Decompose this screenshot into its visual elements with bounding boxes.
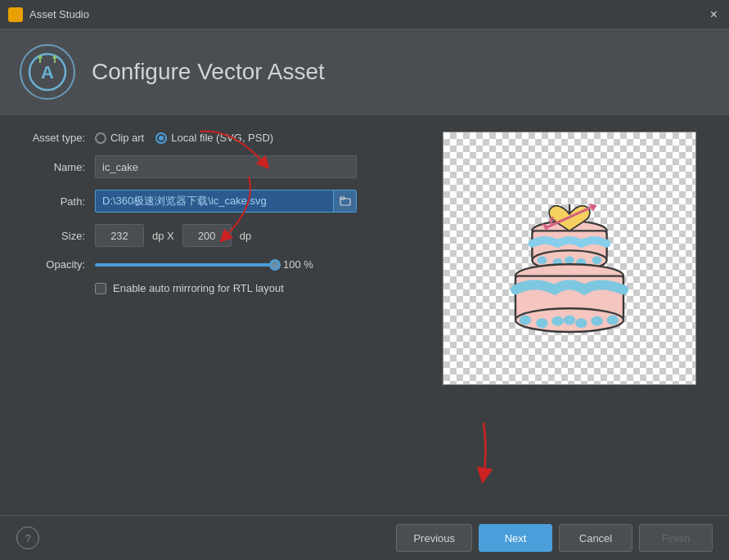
svg-point-24	[551, 316, 563, 326]
clip-art-label: Clip art	[110, 132, 144, 144]
size-width-input[interactable]	[95, 224, 144, 247]
clip-art-radio[interactable]: Clip art	[95, 132, 144, 144]
svg-point-27	[591, 316, 602, 326]
footer-buttons: Previous Next Cancel Finish	[396, 524, 713, 552]
path-controls: D:\360极速浏览器下载\ic_cake.svg	[95, 190, 412, 213]
rtl-checkbox[interactable]	[95, 283, 106, 294]
rtl-checkbox-container[interactable]: Enable auto mirroring for RTL layout	[95, 282, 284, 294]
path-value[interactable]: D:\360极速浏览器下载\ic_cake.svg	[96, 190, 333, 212]
cake-preview	[471, 160, 668, 356]
dialog-header: A Configure Vector Asset	[0, 29, 729, 115]
svg-point-16	[565, 257, 574, 265]
checkbox-row: Enable auto mirroring for RTL layout	[95, 282, 412, 294]
cancel-button[interactable]: Cancel	[559, 524, 632, 552]
close-button[interactable]: ×	[707, 7, 721, 22]
app-icon	[8, 7, 23, 22]
dialog: A Configure Vector Asset Asset type: Cli…	[0, 29, 729, 560]
local-file-radio[interactable]: Local file (SVG, PSD)	[155, 132, 273, 144]
svg-point-14	[537, 257, 547, 265]
asset-type-radio-group: Clip art Local file (SVG, PSD)	[95, 132, 412, 144]
dialog-title: Configure Vector Asset	[92, 59, 325, 85]
svg-marker-0	[11, 10, 20, 19]
dialog-content: Asset type: Clip art Local file (SVG, PS…	[0, 115, 729, 515]
opacity-slider-track[interactable]	[95, 263, 275, 267]
opacity-row: Opacity: 100 %	[20, 258, 412, 271]
right-panel	[429, 132, 709, 499]
finish-button[interactable]: Finish	[639, 524, 713, 552]
svg-point-3	[38, 56, 43, 60]
size-controls: dp X dp	[95, 224, 412, 247]
asset-type-row: Asset type: Clip art Local file (SVG, PS…	[20, 132, 412, 144]
size-label: Size:	[20, 230, 85, 242]
path-field: D:\360极速浏览器下载\ic_cake.svg	[95, 190, 357, 213]
title-bar-text: Asset Studio	[29, 8, 707, 20]
svg-point-22	[519, 316, 530, 325]
opacity-slider-thumb[interactable]	[269, 259, 281, 271]
android-logo: A	[20, 44, 75, 100]
opacity-value: 100 %	[283, 258, 316, 271]
opacity-label: Opacity:	[20, 258, 85, 271]
opacity-slider-fill	[95, 263, 275, 267]
name-input[interactable]	[95, 155, 357, 178]
svg-point-23	[536, 318, 547, 328]
svg-point-25	[563, 316, 574, 325]
path-label: Path:	[20, 195, 85, 208]
svg-point-26	[575, 318, 587, 328]
previous-button[interactable]: Previous	[396, 524, 472, 552]
path-row: Path: D:\360极速浏览器下载\ic_cake.svg	[20, 190, 412, 213]
next-button[interactable]: Next	[479, 524, 552, 552]
local-file-radio-circle[interactable]	[155, 132, 167, 144]
svg-point-28	[606, 316, 618, 325]
clip-art-radio-circle[interactable]	[95, 132, 106, 144]
left-panel: Asset type: Clip art Local file (SVG, PS…	[20, 132, 412, 499]
help-button[interactable]: ?	[16, 526, 39, 549]
browse-button[interactable]	[333, 190, 356, 212]
size-unit-2: dp	[240, 230, 251, 242]
size-unit-1: dp X	[152, 230, 174, 242]
name-label: Name:	[20, 161, 85, 173]
svg-text:A: A	[41, 62, 54, 83]
size-row: Size: dp X dp	[20, 224, 412, 247]
svg-point-18	[592, 257, 601, 265]
opacity-controls: 100 %	[95, 258, 412, 271]
local-file-label: Local file (SVG, PSD)	[171, 132, 273, 144]
asset-type-label: Asset type:	[20, 132, 85, 144]
preview-area	[443, 132, 696, 385]
dialog-footer: ? Previous Next Cancel Finish	[0, 515, 729, 560]
size-height-input[interactable]	[182, 224, 232, 247]
title-bar: Asset Studio ×	[0, 0, 729, 29]
name-controls	[95, 155, 412, 178]
name-row: Name:	[20, 155, 412, 178]
rtl-label: Enable auto mirroring for RTL layout	[113, 282, 284, 294]
svg-point-4	[53, 56, 57, 60]
